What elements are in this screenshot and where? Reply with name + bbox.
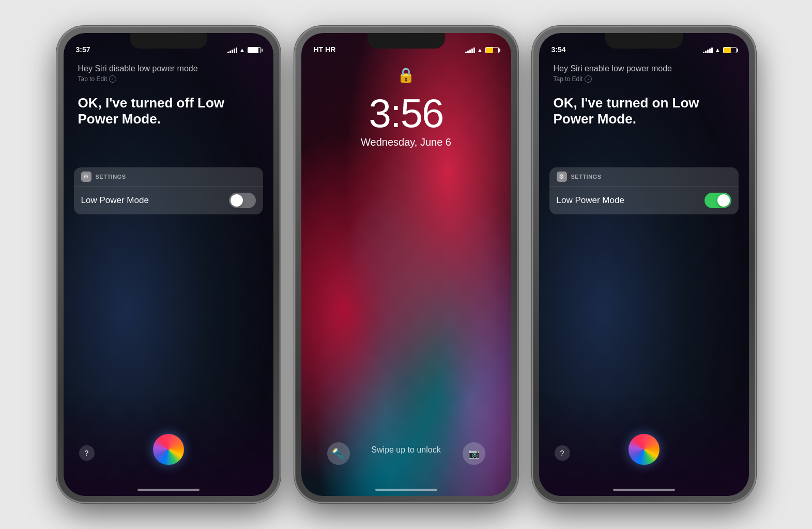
phone-screen-center: HT HR ▲ 🔒 3:56 Wednesday, Jun: [301, 33, 511, 496]
settings-row-left: Low Power Mode: [74, 186, 263, 214]
phone-screen-left: 3:57 ▲ Hey Siri disable low power mode: [64, 33, 273, 496]
lock-date-center: Wednesday, June 6: [301, 136, 511, 148]
lock-icon-center: 🔒: [397, 67, 415, 84]
siri-response-right: OK, I've turned on Low Power Mode.: [554, 95, 734, 127]
low-power-label-right: Low Power Mode: [557, 195, 624, 206]
signal-icon-right: [703, 48, 713, 53]
settings-label-right: SETTINGS: [571, 174, 602, 180]
battery-icon-right: [723, 47, 737, 53]
phone-screen-right: 3:54 ▲ Hey Siri enable low power mode: [539, 33, 749, 496]
phone-center: HT HR ▲ 🔒 3:56 Wednesday, Jun: [295, 27, 517, 502]
siri-orb-inner-left: [153, 434, 184, 465]
toggle-knob-right: [717, 194, 730, 207]
wifi-icon-left: ▲: [239, 46, 246, 54]
wifi-icon-right: ▲: [715, 46, 721, 54]
tap-to-edit-right[interactable]: Tap to Edit ›: [554, 75, 734, 83]
help-button-right[interactable]: ?: [555, 445, 570, 461]
tap-to-edit-arrow-right: ›: [585, 75, 592, 83]
settings-card-header-right: ⚙ SETTINGS: [549, 167, 739, 186]
siri-orb-left: [153, 434, 184, 465]
siri-orb-inner-right: [629, 434, 660, 465]
home-indicator-right: [613, 489, 675, 491]
notch-right: [605, 33, 683, 49]
status-icons-center: ▲: [465, 46, 499, 54]
settings-gear-right: ⚙: [557, 172, 567, 182]
toggle-right[interactable]: [704, 193, 731, 208]
notch-center: [367, 33, 445, 49]
notch-left: [130, 33, 207, 49]
battery-fill-left: [248, 48, 258, 53]
signal-icon-left: [227, 48, 237, 53]
wifi-icon-center: ▲: [477, 46, 483, 54]
siri-orb-right: [629, 434, 660, 465]
siri-query-left: Hey Siri disable low power mode Tap to E…: [78, 64, 259, 83]
status-time-center: HT HR: [314, 45, 336, 54]
battery-fill-center: [486, 48, 493, 53]
home-indicator-left: [137, 489, 200, 491]
tap-to-edit-arrow-left: ›: [109, 75, 116, 83]
siri-response-left: OK, I've turned off Low Power Mode.: [78, 95, 259, 127]
battery-fill-right: [724, 48, 731, 53]
low-power-label-left: Low Power Mode: [81, 195, 149, 206]
signal-icon-center: [465, 48, 475, 53]
lock-time-center: 3:56: [301, 90, 511, 137]
phone-left: 3:57 ▲ Hey Siri disable low power mode: [57, 27, 280, 502]
home-indicator-center: [375, 489, 437, 491]
settings-row-right: Low Power Mode: [549, 186, 739, 214]
phone-right: 3:54 ▲ Hey Siri enable low power mode: [533, 27, 755, 502]
settings-card-left: ⚙ SETTINGS Low Power Mode: [74, 167, 263, 214]
status-time-right: 3:54: [551, 45, 566, 54]
settings-card-right: ⚙ SETTINGS Low Power Mode: [549, 167, 739, 214]
battery-icon-left: [248, 47, 261, 53]
tap-to-edit-left[interactable]: Tap to Edit ›: [78, 75, 259, 83]
battery-icon-center: [485, 47, 499, 53]
status-time-left: 3:57: [76, 45, 90, 54]
camera-button-center[interactable]: 📷: [463, 442, 485, 465]
settings-card-header-left: ⚙ SETTINGS: [74, 167, 263, 186]
settings-label-left: SETTINGS: [96, 174, 126, 180]
help-button-left[interactable]: ?: [79, 445, 95, 461]
siri-query-right: Hey Siri enable low power mode Tap to Ed…: [554, 64, 734, 83]
status-icons-left: ▲: [227, 46, 261, 54]
status-icons-right: ▲: [703, 46, 737, 54]
settings-gear-left: ⚙: [81, 172, 91, 182]
toggle-left[interactable]: [229, 193, 256, 208]
toggle-knob-left: [231, 194, 243, 207]
